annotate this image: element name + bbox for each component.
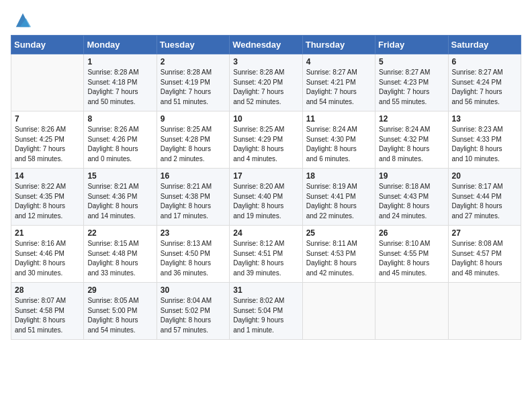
day-number: 30 bbox=[161, 285, 226, 295]
cell-info: Sunrise: 8:24 AMSunset: 4:32 PMDaylight:… bbox=[379, 125, 444, 164]
day-number: 20 bbox=[452, 171, 517, 181]
cell-info: Sunrise: 8:05 AMSunset: 5:00 PMDaylight:… bbox=[87, 296, 152, 335]
calendar-cell: 27Sunrise: 8:08 AMSunset: 4:57 PMDayligh… bbox=[448, 226, 521, 283]
cell-info: Sunrise: 8:08 AMSunset: 4:57 PMDaylight:… bbox=[452, 239, 517, 278]
calendar-cell: 3Sunrise: 8:28 AMSunset: 4:20 PMDaylight… bbox=[230, 54, 302, 111]
calendar-cell: 10Sunrise: 8:25 AMSunset: 4:29 PMDayligh… bbox=[230, 111, 302, 169]
calendar-cell: 2Sunrise: 8:28 AMSunset: 4:19 PMDaylight… bbox=[157, 54, 229, 111]
calendar-cell: 24Sunrise: 8:12 AMSunset: 4:51 PMDayligh… bbox=[230, 226, 302, 283]
day-number: 21 bbox=[15, 228, 80, 238]
calendar-cell: 14Sunrise: 8:22 AMSunset: 4:35 PMDayligh… bbox=[11, 169, 84, 226]
week-row-4: 21Sunrise: 8:16 AMSunset: 4:46 PMDayligh… bbox=[11, 226, 521, 283]
day-number: 29 bbox=[87, 285, 152, 295]
calendar-cell: 17Sunrise: 8:20 AMSunset: 4:40 PMDayligh… bbox=[230, 169, 302, 226]
cell-info: Sunrise: 8:28 AMSunset: 4:20 PMDaylight:… bbox=[233, 68, 298, 107]
cell-info: Sunrise: 8:18 AMSunset: 4:43 PMDaylight:… bbox=[379, 182, 444, 221]
dow-header-friday: Friday bbox=[375, 36, 448, 54]
calendar-cell: 22Sunrise: 8:15 AMSunset: 4:48 PMDayligh… bbox=[84, 226, 157, 283]
calendar-cell: 31Sunrise: 8:02 AMSunset: 5:04 PMDayligh… bbox=[230, 283, 302, 340]
calendar-cell: 19Sunrise: 8:18 AMSunset: 4:43 PMDayligh… bbox=[375, 169, 448, 226]
day-number: 12 bbox=[379, 114, 444, 124]
cell-info: Sunrise: 8:27 AMSunset: 4:21 PMDaylight:… bbox=[306, 68, 371, 107]
cell-info: Sunrise: 8:11 AMSunset: 4:53 PMDaylight:… bbox=[306, 239, 371, 278]
cell-info: Sunrise: 8:21 AMSunset: 4:36 PMDaylight:… bbox=[87, 182, 152, 221]
calendar-cell: 20Sunrise: 8:17 AMSunset: 4:44 PMDayligh… bbox=[448, 169, 521, 226]
day-number: 9 bbox=[161, 114, 226, 124]
cell-info: Sunrise: 8:26 AMSunset: 4:25 PMDaylight:… bbox=[15, 125, 80, 164]
calendar-cell bbox=[302, 283, 375, 340]
calendar-cell: 5Sunrise: 8:27 AMSunset: 4:23 PMDaylight… bbox=[375, 54, 448, 111]
dow-header-thursday: Thursday bbox=[302, 36, 375, 54]
cell-info: Sunrise: 8:23 AMSunset: 4:33 PMDaylight:… bbox=[452, 125, 517, 164]
cell-info: Sunrise: 8:27 AMSunset: 4:24 PMDaylight:… bbox=[452, 68, 517, 107]
cell-info: Sunrise: 8:21 AMSunset: 4:38 PMDaylight:… bbox=[161, 182, 226, 221]
calendar-cell: 25Sunrise: 8:11 AMSunset: 4:53 PMDayligh… bbox=[302, 226, 375, 283]
calendar-cell: 12Sunrise: 8:24 AMSunset: 4:32 PMDayligh… bbox=[375, 111, 448, 169]
cell-info: Sunrise: 8:22 AMSunset: 4:35 PMDaylight:… bbox=[15, 182, 80, 221]
day-number: 13 bbox=[452, 114, 517, 124]
dow-header-sunday: Sunday bbox=[11, 36, 84, 54]
cell-info: Sunrise: 8:04 AMSunset: 5:02 PMDaylight:… bbox=[161, 296, 226, 335]
cell-info: Sunrise: 8:27 AMSunset: 4:23 PMDaylight:… bbox=[379, 68, 444, 107]
week-row-1: 1Sunrise: 8:28 AMSunset: 4:18 PMDaylight… bbox=[11, 54, 521, 111]
day-number: 24 bbox=[233, 228, 298, 238]
day-number: 11 bbox=[306, 114, 371, 124]
day-number: 26 bbox=[379, 228, 444, 238]
calendar-cell: 29Sunrise: 8:05 AMSunset: 5:00 PMDayligh… bbox=[84, 283, 157, 340]
calendar-cell bbox=[11, 54, 84, 111]
cell-info: Sunrise: 8:13 AMSunset: 4:50 PMDaylight:… bbox=[161, 239, 226, 278]
cell-info: Sunrise: 8:15 AMSunset: 4:48 PMDaylight:… bbox=[87, 239, 152, 278]
day-number: 8 bbox=[87, 114, 152, 124]
cell-info: Sunrise: 8:28 AMSunset: 4:18 PMDaylight:… bbox=[87, 68, 152, 107]
day-number: 28 bbox=[15, 285, 80, 295]
day-number: 17 bbox=[233, 171, 298, 181]
calendar-cell: 13Sunrise: 8:23 AMSunset: 4:33 PMDayligh… bbox=[448, 111, 521, 169]
day-number: 4 bbox=[306, 57, 371, 66]
calendar-cell: 4Sunrise: 8:27 AMSunset: 4:21 PMDaylight… bbox=[302, 54, 375, 111]
day-number: 5 bbox=[379, 57, 444, 66]
week-row-5: 28Sunrise: 8:07 AMSunset: 4:58 PMDayligh… bbox=[11, 283, 521, 340]
day-number: 14 bbox=[15, 171, 80, 181]
dow-header-tuesday: Tuesday bbox=[157, 36, 229, 54]
calendar-table: SundayMondayTuesdayWednesdayThursdayFrid… bbox=[11, 35, 521, 340]
calendar-cell: 23Sunrise: 8:13 AMSunset: 4:50 PMDayligh… bbox=[157, 226, 229, 283]
day-number: 6 bbox=[452, 57, 517, 66]
calendar-cell: 15Sunrise: 8:21 AMSunset: 4:36 PMDayligh… bbox=[84, 169, 157, 226]
dow-header-monday: Monday bbox=[84, 36, 157, 54]
calendar-cell: 11Sunrise: 8:24 AMSunset: 4:30 PMDayligh… bbox=[302, 111, 375, 169]
cell-info: Sunrise: 8:25 AMSunset: 4:28 PMDaylight:… bbox=[161, 125, 226, 164]
cell-info: Sunrise: 8:17 AMSunset: 4:44 PMDaylight:… bbox=[452, 182, 517, 221]
calendar-body: 1Sunrise: 8:28 AMSunset: 4:18 PMDaylight… bbox=[11, 54, 521, 340]
week-row-2: 7Sunrise: 8:26 AMSunset: 4:25 PMDaylight… bbox=[11, 111, 521, 169]
week-row-3: 14Sunrise: 8:22 AMSunset: 4:35 PMDayligh… bbox=[11, 169, 521, 226]
calendar-cell: 8Sunrise: 8:26 AMSunset: 4:26 PMDaylight… bbox=[84, 111, 157, 169]
day-number: 16 bbox=[161, 171, 226, 181]
page-header bbox=[11, 11, 521, 30]
dow-header-saturday: Saturday bbox=[448, 36, 521, 54]
calendar-cell: 16Sunrise: 8:21 AMSunset: 4:38 PMDayligh… bbox=[157, 169, 229, 226]
dow-header-wednesday: Wednesday bbox=[230, 36, 302, 54]
day-number: 3 bbox=[233, 57, 298, 66]
calendar-cell: 28Sunrise: 8:07 AMSunset: 4:58 PMDayligh… bbox=[11, 283, 84, 340]
calendar-cell: 1Sunrise: 8:28 AMSunset: 4:18 PMDaylight… bbox=[84, 54, 157, 111]
calendar-cell: 9Sunrise: 8:25 AMSunset: 4:28 PMDaylight… bbox=[157, 111, 229, 169]
day-number: 27 bbox=[452, 228, 517, 238]
cell-info: Sunrise: 8:10 AMSunset: 4:55 PMDaylight:… bbox=[379, 239, 444, 278]
days-of-week-row: SundayMondayTuesdayWednesdayThursdayFrid… bbox=[11, 36, 521, 54]
logo-icon bbox=[13, 11, 32, 30]
day-number: 23 bbox=[161, 228, 226, 238]
calendar-cell: 7Sunrise: 8:26 AMSunset: 4:25 PMDaylight… bbox=[11, 111, 84, 169]
logo bbox=[11, 11, 32, 30]
day-number: 1 bbox=[87, 57, 152, 66]
day-number: 2 bbox=[161, 57, 226, 66]
cell-info: Sunrise: 8:19 AMSunset: 4:41 PMDaylight:… bbox=[306, 182, 371, 221]
cell-info: Sunrise: 8:25 AMSunset: 4:29 PMDaylight:… bbox=[233, 125, 298, 164]
day-number: 25 bbox=[306, 228, 371, 238]
cell-info: Sunrise: 8:20 AMSunset: 4:40 PMDaylight:… bbox=[233, 182, 298, 221]
calendar-cell: 30Sunrise: 8:04 AMSunset: 5:02 PMDayligh… bbox=[157, 283, 229, 340]
cell-info: Sunrise: 8:26 AMSunset: 4:26 PMDaylight:… bbox=[87, 125, 152, 164]
day-number: 10 bbox=[233, 114, 298, 124]
calendar-cell: 18Sunrise: 8:19 AMSunset: 4:41 PMDayligh… bbox=[302, 169, 375, 226]
calendar-cell bbox=[448, 283, 521, 340]
day-number: 22 bbox=[87, 228, 152, 238]
